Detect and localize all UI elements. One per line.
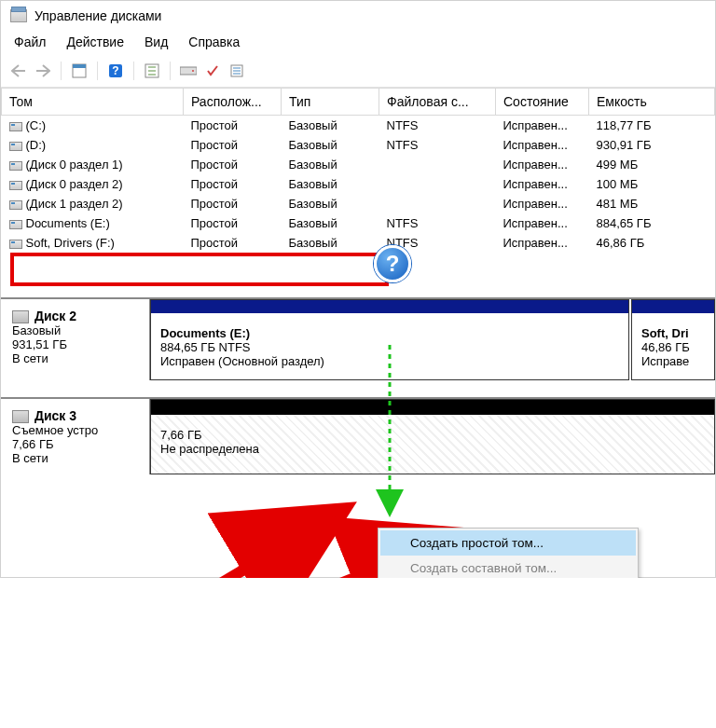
volume-layout: Простой <box>184 233 282 253</box>
volume-layout: Простой <box>184 194 282 213</box>
disk-2-type: Базовый <box>12 323 138 337</box>
properties-icon[interactable] <box>69 61 90 81</box>
menu-file[interactable]: Файл <box>14 34 46 49</box>
partition-status: Не распределена <box>160 442 705 456</box>
menubar: Файл Действие Вид Справка <box>1 29 715 57</box>
menu-view[interactable]: Вид <box>145 34 168 49</box>
svg-rect-8 <box>180 67 197 75</box>
disk-2-status: В сети <box>12 351 138 365</box>
volume-name: (Диск 0 раздел 2) <box>26 177 123 191</box>
col-status[interactable]: Состояние <box>496 89 589 116</box>
disk-2-partition-soft[interactable]: Soft, Dri 46,86 ГБ Исправе <box>631 299 715 380</box>
table-row[interactable]: (Диск 0 раздел 2)ПростойБазовыйИсправен.… <box>2 174 715 194</box>
disk-3-header[interactable]: Диск 3 Съемное устро 7,66 ГБ В сети <box>1 399 150 474</box>
disk-3-status: В сети <box>12 451 138 465</box>
disk-2-name: Диск 2 <box>12 309 138 323</box>
drive-icon[interactable] <box>178 61 199 81</box>
volume-name: (C:) <box>26 118 47 132</box>
disk-3-size: 7,66 ГБ <box>12 437 138 451</box>
svg-text:?: ? <box>112 64 118 77</box>
volume-status: Исправен... <box>496 135 589 155</box>
volume-fs <box>379 174 496 194</box>
titlebar: Управление дисками <box>1 1 715 29</box>
volume-fs <box>379 194 496 213</box>
volume-layout: Простой <box>184 174 282 194</box>
disk-3-row[interactable]: Диск 3 Съемное устро 7,66 ГБ В сети 7,66… <box>1 397 715 474</box>
volume-fs: NTFS <box>379 135 496 155</box>
toolbar: ? <box>1 57 715 88</box>
volume-status: Исправен... <box>496 174 589 194</box>
col-layout[interactable]: Располож... <box>184 89 282 116</box>
partition-sub: 46,86 ГБ <box>641 340 705 354</box>
volume-name: Soft, Drivers (F:) <box>26 236 115 250</box>
svg-rect-1 <box>73 64 86 68</box>
table-row[interactable]: Soft, Drivers (F:)ПростойБазовыйNTFSИспр… <box>2 233 715 253</box>
context-menu: Создать простой том... Создать составной… <box>378 528 639 578</box>
disk-2-header[interactable]: Диск 2 Базовый 931,51 ГБ В сети <box>1 299 150 380</box>
volume-type: Базовый <box>282 116 379 136</box>
volume-layout: Простой <box>184 155 282 174</box>
menu-create-simple-volume[interactable]: Создать простой том... <box>380 530 636 556</box>
volume-capacity: 118,77 ГБ <box>589 116 715 136</box>
volume-type: Базовый <box>282 194 379 213</box>
table-row[interactable]: Documents (E:)ПростойБазовыйNTFSИсправен… <box>2 213 715 233</box>
volume-status: Исправен... <box>496 116 589 136</box>
volume-status: Исправен... <box>496 155 589 174</box>
menu-help[interactable]: Справка <box>188 34 240 49</box>
svg-point-9 <box>192 70 194 72</box>
volume-type: Базовый <box>282 135 379 155</box>
partition-title: Soft, Dri <box>641 326 705 340</box>
red-rectangle-annotation <box>10 253 389 286</box>
partition-status: Исправен (Основной раздел) <box>160 354 619 368</box>
volume-icon <box>9 122 22 131</box>
volume-type: Базовый <box>282 213 379 233</box>
disk-3-unallocated[interactable]: 7,66 ГБ Не распределена <box>150 399 715 474</box>
app-icon <box>10 9 27 22</box>
disk-management-window: Управление дисками Файл Действие Вид Спр… <box>0 0 716 578</box>
table-row[interactable]: (Диск 0 раздел 1)ПростойБазовыйИсправен.… <box>2 155 715 174</box>
volume-name: (D:) <box>26 138 47 152</box>
col-fs[interactable]: Файловая с... <box>379 89 496 116</box>
table-row[interactable]: (C:)ПростойБазовыйNTFSИсправен...118,77 … <box>2 116 715 136</box>
partition-title: Documents (E:) <box>160 326 619 340</box>
volume-icon <box>9 220 22 229</box>
menu-create-spanned-volume: Создать составной том... <box>380 556 636 578</box>
volumes-table[interactable]: Том Располож... Тип Файловая с... Состоя… <box>1 88 715 253</box>
question-bubble-annotation: ? <box>374 245 411 282</box>
col-volume[interactable]: Том <box>2 89 184 116</box>
table-row[interactable]: (Диск 1 раздел 2)ПростойБазовыйИсправен.… <box>2 194 715 213</box>
menu-action[interactable]: Действие <box>66 34 124 49</box>
volume-capacity: 46,86 ГБ <box>589 233 715 253</box>
back-button[interactable] <box>8 61 29 81</box>
volume-capacity: 884,65 ГБ <box>589 213 715 233</box>
partition-sub: 7,66 ГБ <box>160 428 705 442</box>
volume-capacity: 499 МБ <box>589 155 715 174</box>
volume-icon <box>9 240 22 249</box>
volume-fs: NTFS <box>379 116 496 136</box>
check-icon[interactable] <box>202 61 223 81</box>
volume-icon <box>9 142 22 151</box>
volume-icon <box>9 181 22 190</box>
volume-name: Documents (E:) <box>26 216 110 230</box>
volume-layout: Простой <box>184 116 282 136</box>
disk-2-size: 931,51 ГБ <box>12 337 138 351</box>
list-icon[interactable] <box>227 61 247 81</box>
disk-3-type: Съемное устро <box>12 423 138 437</box>
volume-type: Базовый <box>282 233 379 253</box>
volume-icon <box>9 161 22 171</box>
col-type[interactable]: Тип <box>282 89 379 116</box>
volume-status: Исправен... <box>496 233 589 253</box>
volume-capacity: 100 МБ <box>589 174 715 194</box>
settings-icon[interactable] <box>142 61 162 81</box>
volume-status: Исправен... <box>496 213 589 233</box>
table-row[interactable]: (D:)ПростойБазовыйNTFSИсправен...930,91 … <box>2 135 715 155</box>
help-icon[interactable]: ? <box>105 61 126 81</box>
volume-status: Исправен... <box>496 194 589 213</box>
col-capacity[interactable]: Емкость <box>589 89 715 116</box>
volume-type: Базовый <box>282 174 379 194</box>
volume-layout: Простой <box>184 213 282 233</box>
volume-icon <box>9 200 22 210</box>
disk-2-row[interactable]: Диск 2 Базовый 931,51 ГБ В сети Document… <box>1 297 715 380</box>
forward-button[interactable] <box>33 61 53 81</box>
disk-2-partition-documents[interactable]: Documents (E:) 884,65 ГБ NTFS Исправен (… <box>150 299 629 380</box>
